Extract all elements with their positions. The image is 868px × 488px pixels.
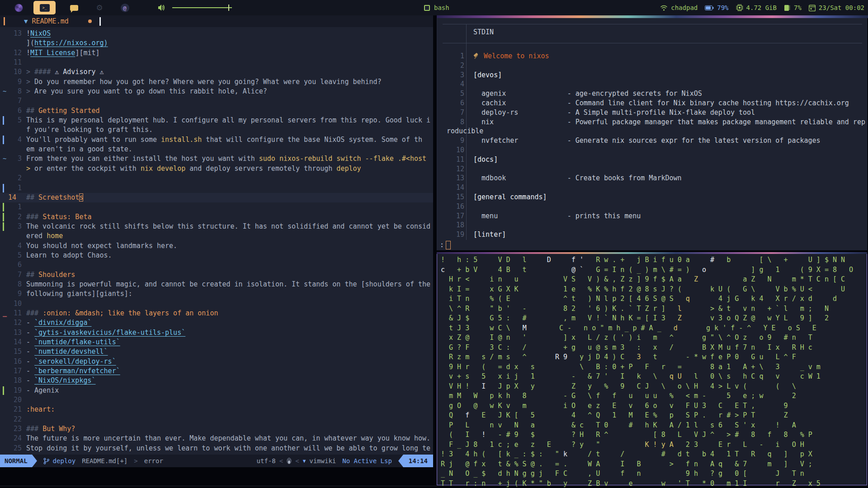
line-number: 14 <box>444 183 464 192</box>
line-text: !NixOS <box>26 29 51 38</box>
editor-line: 3The volcanic rock still shifts below th… <box>0 222 433 231</box>
editor-line: 6 <box>0 260 433 270</box>
line-text: The future is more uncertain than ever. … <box>26 434 430 443</box>
text-segment: 4 j G k 4 X r / x d d <box>690 295 837 303</box>
line-text: f you're looking to graft this. <box>26 125 153 135</box>
text-segment: `serokell/deploy-rs` <box>34 357 116 366</box>
matrix-row: H r < i n u V S V ) & , Z z ] 9 f $ A a … <box>441 275 866 285</box>
text-segment: - <box>26 347 34 356</box>
line-text: agenix - age-encrypted secrets for NixOS <box>473 89 702 99</box>
text-segment: sudo nixos-rebuild switch --flake .#<hos… <box>259 155 426 163</box>
line-number: 3 <box>444 70 464 80</box>
text-segment: You should not expect landmarks here. <box>26 242 177 250</box>
modified-dot <box>88 19 92 23</box>
battery-status[interactable]: 79% <box>705 4 728 11</box>
editor-line: 13- `gytis-ivaskevicius/flake-utils-plus… <box>0 328 433 338</box>
text-segment: menu - prints this menu <box>473 212 641 220</box>
text-segment: > <box>26 164 34 173</box>
text-segment: 3 <box>637 353 641 361</box>
matrix-row: ! h : 5 V D l D f ' R w . + j B i f u 0 … <box>441 255 866 265</box>
editor-tabline: ▼ README.md <box>0 15 433 27</box>
line-text: mdbook - Create books from MarkDown <box>473 174 682 183</box>
text-segment: Z <box>694 275 698 283</box>
network-status[interactable]: chadpad <box>660 4 698 11</box>
editor-line: 7## Shoulders <box>0 270 433 280</box>
editor-window[interactable]: ▼ README.md 13!NixOS](https://nixos.org)… <box>0 15 433 467</box>
line-text: This is my personal deployment hub. I co… <box>26 116 430 125</box>
text-segment: Screetshot <box>38 193 79 202</box>
volume-slider[interactable] <box>172 7 232 8</box>
screen-bottom-edge <box>0 486 868 486</box>
text-segment: o <box>702 266 706 274</box>
text-segment: E J K [ 5 4 ^ Q 1 M E % p S P . r # > P … <box>469 411 788 419</box>
wifi-icon <box>660 5 668 11</box>
text-segment: and deploy servers remotely through <box>185 164 336 173</box>
text-segment: & J $ G 5 : # , m V ! ` N h K = [ I 3 <box>441 314 678 322</box>
text-segment: l <box>678 305 682 313</box>
text-segment: # <box>710 256 714 264</box>
window-border-top <box>437 15 868 18</box>
line-text: ### :onion: &mdash; like the layers of a… <box>26 309 218 318</box>
line-number: 8 <box>6 87 22 96</box>
text-segment: ⚠ Advisory ⚠ <box>55 68 104 76</box>
text-segment: `berberman/nvfetcher` <box>34 367 120 375</box>
prompt-colon: : <box>440 241 444 249</box>
text-segment: Status: Beta <box>42 213 91 221</box>
line-text: The volcanic rock still shifts below thi… <box>26 222 430 231</box>
tab-readme[interactable]: ▼ README.md <box>24 15 101 27</box>
speaker-icon <box>158 4 166 11</box>
text-segment: Are you sure you want to go down this ra… <box>34 87 267 95</box>
text-segment: ]( <box>26 39 34 47</box>
text-segment: Learn to adopt Chaos. <box>26 251 112 259</box>
memory-value: 4.72 GiB <box>746 4 777 11</box>
firefox-icon[interactable] <box>12 1 25 14</box>
text-segment: home <box>47 232 63 240</box>
text-segment: install.sh <box>161 136 202 144</box>
text-segment: mdbook - Create books from MarkDown <box>473 174 682 182</box>
line-text: - Agenix <box>26 386 59 395</box>
cpu-status[interactable]: 7% <box>784 4 802 11</box>
line-text: [docs] <box>473 155 498 164</box>
line-number: 10 <box>444 145 464 155</box>
memory-status[interactable]: 4.72 GiB <box>736 4 777 11</box>
text-segment: \ ^ R " b ' - 8 2 ' 6 ) K . ` T Z r ] <box>441 305 678 313</box>
text-segment: v 3 o Q Z @ w Y L 9 ] 2 <box>682 314 829 322</box>
gutter-sign <box>3 145 9 154</box>
line-number: 10 <box>6 67 22 77</box>
gear-icon[interactable]: ⚙ <box>93 1 106 14</box>
at-icon[interactable]: @ <box>118 1 132 14</box>
text-segment: Stop doing it by yourself, unless we lea… <box>26 444 430 452</box>
line-text: Learn to adopt Chaos. <box>26 251 112 260</box>
breadcrumb-separator: > <box>134 457 137 465</box>
editor-line: 6## Getting Started <box>0 106 433 116</box>
editor-line: ered home <box>0 231 433 241</box>
matrix-terminal-window[interactable]: ! h : 5 V D l D f ' R w . + j B i f u 0 … <box>437 252 867 485</box>
editor-line: 5Learn to adopt Chaos. <box>0 251 433 260</box>
pager-line: 17 menu - prints this menu <box>437 211 867 221</box>
text-segment: ### <box>26 425 42 433</box>
text-segment: ## <box>26 193 38 202</box>
line-number: 18 <box>444 221 464 230</box>
editor-line: 7 <box>0 96 433 106</box>
text-segment: - <box>26 376 34 385</box>
pager-line: 3[devos] <box>437 70 867 80</box>
text-segment: agenix - age-encrypted secrets for NixOS <box>473 89 702 98</box>
line-text: [devos] <box>473 70 502 80</box>
volume-knob[interactable] <box>228 5 229 11</box>
chat-icon[interactable] <box>67 1 81 14</box>
line-text: > #### ⚠ Advisory ⚠ <box>26 67 104 77</box>
text-segment: C - n o " m h _ p # A _ <box>527 324 674 332</box>
terminal-icon-active[interactable]: >_ <box>33 1 56 14</box>
clock-status[interactable]: 23/Sat 00:02 <box>809 4 864 11</box>
text-segment: m M W p k h 8 - G \ f f u u u % < m - 5 … <box>441 392 796 400</box>
line-number: 11 <box>444 155 464 164</box>
matrix-row: P L n v N a & c T 0 # h K A / 1 l s 6 S … <box>441 421 866 431</box>
text-segment: q <box>686 295 690 303</box>
editor-buffer[interactable]: 13!NixOS](https://nixos.org)12!MIT Licen… <box>0 29 433 463</box>
editor-line: 2 <box>0 174 433 183</box>
matrix-row: & J $ G 5 : # , m V ! ` N h K = [ I 3 Z … <box>441 314 866 324</box>
text-segment: #### <box>34 68 55 76</box>
volume-control[interactable] <box>158 4 232 11</box>
pager-window[interactable]: STDIN 1 Welcome to nixos23[devos]45 agen… <box>437 16 867 250</box>
pager-prompt[interactable]: : <box>440 240 451 250</box>
